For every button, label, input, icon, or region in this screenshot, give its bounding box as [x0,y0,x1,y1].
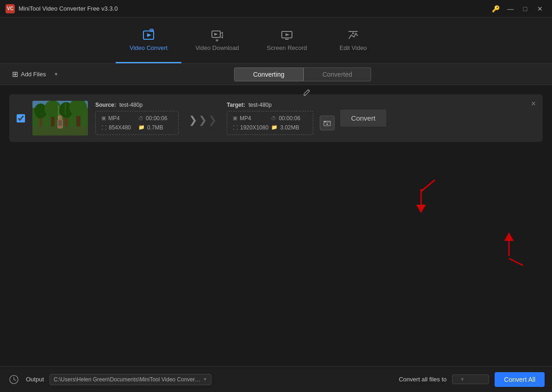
source-resolution: 854X480 [109,124,131,131]
video-download-icon [211,29,223,42]
svg-line-33 [421,180,435,191]
clock-icon: ⏱ [138,116,143,121]
nav-tab-edit-video[interactable]: Edit Video [321,18,385,63]
svg-rect-23 [58,120,62,126]
converting-tab[interactable]: Converting [234,67,304,81]
edit-video-icon [347,29,360,42]
source-info-box: ▣ MP4 ⏱ 00:00:06 ⛶ 854X480 📁 [95,111,179,135]
svg-marker-7 [285,33,290,36]
source-section: Source: test-480p ▣ MP4 ⏱ 00:00:06 [95,102,179,135]
arrows: ❯ ❯ ❯ [189,114,217,122]
file-card: Source: test-480p ▣ MP4 ⏱ 00:00:06 [9,94,543,142]
nav-tab-video-download[interactable]: Video Download [181,18,253,63]
svg-line-28 [308,90,310,91]
screen-record-icon [280,29,293,42]
maximize-button[interactable]: □ [519,4,532,13]
nav-tab-video-download-label: Video Download [195,44,239,51]
target-size-row: 📁 3.02MB [271,124,307,131]
target-format: MP4 [240,115,251,122]
card-body: Source: test-480p ▣ MP4 ⏱ 00:00:06 [95,102,535,135]
output-path-text: C:\Users\Helen Green\Documents\MiniTool … [54,376,201,383]
source-resolution-row: ⛶ 854X480 [101,124,136,131]
svg-rect-24 [58,105,59,119]
clock-history-icon [8,374,19,385]
target-resolution-icon: ⛶ [233,125,238,130]
target-header: Target: test-480p [227,102,335,108]
toolbar: ⊞ Add Files ▼ Converting Converted [0,64,552,85]
nav-tab-edit-video-label: Edit Video [340,44,367,51]
target-folder-icon: 📁 [271,124,278,130]
arrow-1: ❯ [189,114,197,122]
app-logo: VC [6,4,15,13]
format-icon: ▣ [101,115,106,121]
close-button[interactable]: ✕ [533,4,546,13]
add-files-icon: ⊞ [12,70,18,79]
source-format-row: ▣ MP4 [101,115,136,122]
window-controls: 🔑 — □ ✕ [489,4,546,13]
source-size: 0.7MB [147,124,163,131]
nav-tab-screen-record-label: Screen Record [267,44,307,51]
arrow-3: ❯ [208,114,217,122]
target-duration-row: ⏱ 00:00:06 [271,115,307,122]
bottom-bar: Output C:\Users\Helen Green\Documents\Mi… [0,366,552,392]
add-files-button[interactable]: ⊞ Add Files [7,67,50,81]
title-bar: VC MiniTool Video Converter Free v3.3.0 … [0,0,552,18]
target-format-icon: ▣ [233,115,237,121]
edit-target-button[interactable] [303,89,311,99]
main-content: Source: test-480p ▣ MP4 ⏱ 00:00:06 [0,85,552,366]
target-format-row: ▣ MP4 [233,115,268,122]
svg-marker-4 [214,33,218,36]
resolution-icon: ⛶ [101,125,106,130]
target-info-box: ▣ MP4 ⏱ 00:00:06 ⛶ 1920X1080 [227,111,313,135]
source-duration-row: ⏱ 00:00:06 [138,115,173,122]
target-section: Target: test-480p ▣ MP4 ⏱ 00:00:06 [227,102,335,135]
output-label: Output [26,376,44,383]
converted-tab[interactable]: Converted [304,67,372,81]
file-checkbox[interactable] [17,114,25,122]
svg-line-35 [509,258,523,265]
source-size-row: 📁 0.7MB [138,124,173,131]
add-files-dropdown-arrow[interactable]: ▼ [51,70,61,79]
convert-button[interactable]: Convert [340,110,387,127]
source-duration: 00:00:06 [146,115,167,122]
svg-marker-1 [147,33,151,37]
convert-all-format-selector[interactable]: ▼ [452,374,489,384]
target-row: ▣ MP4 ⏱ 00:00:06 ⛶ 1920X1080 [227,111,335,135]
output-path-arrow-icon: ▼ [203,377,207,382]
target-resolution-row: ⛶ 1920X1080 [233,124,268,131]
convert-all-label: Convert all files to [399,376,447,383]
nav-bar: Video Convert Video Download Screen Reco… [0,18,552,64]
convert-tabs: Converting Converted [234,67,371,81]
nav-tab-video-convert[interactable]: Video Convert [116,18,181,63]
convert-all-format-arrow-icon: ▼ [460,377,465,382]
output-path-selector[interactable]: C:\Users\Helen Green\Documents\MiniTool … [50,374,211,385]
folder-icon: 📁 [138,124,145,130]
file-card-wrapper: Source: test-480p ▣ MP4 ⏱ 00:00:06 [9,94,543,142]
app-title: MiniTool Video Converter Free v3.3.0 [19,5,489,12]
svg-rect-25 [65,103,66,115]
card-close-button[interactable]: ✕ [529,99,538,108]
source-format: MP4 [108,115,120,122]
nav-tab-video-convert-label: Video Convert [130,44,167,51]
source-header: Source: test-480p [95,102,179,108]
target-folder-button[interactable] [320,116,335,130]
thumbnail-image [32,101,88,135]
arrow-2: ❯ [198,114,207,122]
svg-point-9 [352,32,354,34]
folder-open-icon [323,119,331,127]
target-clock-icon: ⏱ [271,116,276,121]
target-size: 3.02MB [280,124,299,131]
key-button[interactable]: 🔑 [489,4,502,13]
add-files-label: Add Files [21,71,46,78]
thumbnail [32,101,88,135]
convert-all-button[interactable]: Convert All [495,372,545,387]
edit-icon [303,89,311,97]
thumbnail-svg [32,101,88,135]
video-convert-icon [142,29,155,42]
target-resolution: 1920X1080 [240,124,268,131]
nav-tab-screen-record[interactable]: Screen Record [253,18,321,63]
history-icon[interactable] [7,373,20,386]
arrow-section: ❯ ❯ ❯ [184,114,221,122]
minimize-button[interactable]: — [504,4,517,13]
target-duration: 00:00:06 [279,115,300,122]
